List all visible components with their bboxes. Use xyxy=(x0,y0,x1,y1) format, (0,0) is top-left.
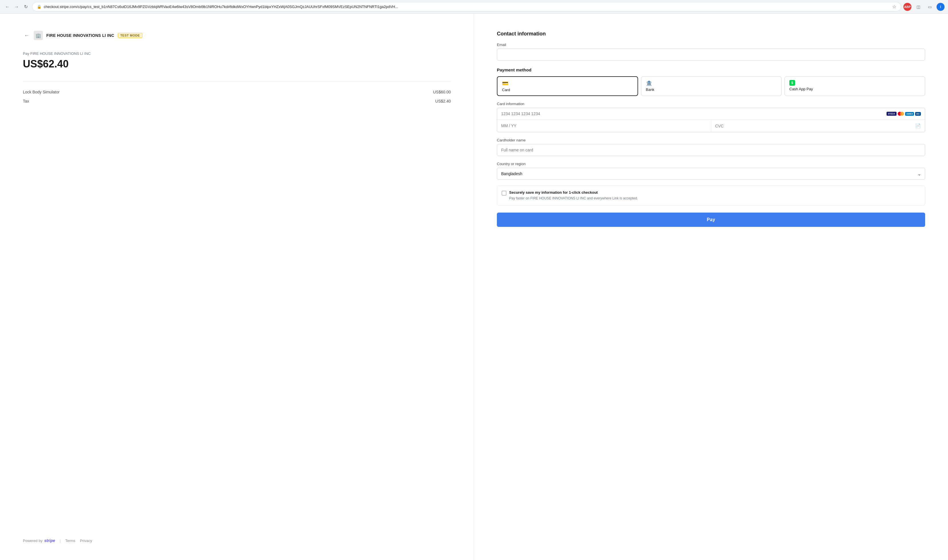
bank-method-icon: 🏦 xyxy=(646,80,652,86)
browser-chrome: ← → ↻ 🔒 checkout.stripe.com/c/pay/cs_tes… xyxy=(0,0,948,14)
save-info-title: Securely save my information for 1-click… xyxy=(509,190,638,195)
save-info-box: Securely save my information for 1-click… xyxy=(497,185,925,206)
card-number-input[interactable] xyxy=(501,111,884,116)
line-item-price: US$60.00 xyxy=(433,90,451,94)
profile-button[interactable]: i xyxy=(937,3,945,11)
shop-icon: 🏢 xyxy=(35,33,41,38)
save-info-content: Securely save my information for 1-click… xyxy=(509,190,638,201)
visa-icon: VISA xyxy=(886,112,897,116)
card-info-label: Card information xyxy=(497,102,925,106)
address-bar[interactable]: 🔒 checkout.stripe.com/c/pay/cs_test_b1nN… xyxy=(32,2,901,11)
line-item: Lock Body Simulator US$60.00 xyxy=(23,88,451,97)
payment-section-title: Payment method xyxy=(497,68,925,72)
country-label: Country or region xyxy=(497,162,925,166)
lock-icon: 🔒 xyxy=(37,5,42,9)
payment-method-label: Cash App Pay xyxy=(789,87,813,91)
forward-nav-button[interactable]: → xyxy=(12,3,21,11)
card-expiry-input[interactable] xyxy=(501,123,707,128)
bookmark-icon[interactable]: ☆ xyxy=(892,4,896,9)
card-expiry-field xyxy=(497,120,711,132)
payment-methods: 💳 Card 🏦 Bank $ Cash App Pay xyxy=(497,76,925,96)
payment-method-label: Bank xyxy=(646,88,654,92)
card-expiry-cvc-row: 📄 xyxy=(497,120,925,132)
save-info-row: Securely save my information for 1-click… xyxy=(502,190,920,201)
back-button[interactable]: ← xyxy=(23,31,30,40)
email-group: Email xyxy=(497,43,925,61)
country-select[interactable]: BangladeshUnited StatesUnited KingdomInd… xyxy=(497,168,925,180)
cvc-help-icon: 📄 xyxy=(915,123,921,129)
payment-method-label: Card xyxy=(502,88,510,92)
cardholder-label: Cardholder name xyxy=(497,138,925,142)
privacy-link[interactable]: Privacy xyxy=(80,538,92,543)
abp-extension-button[interactable]: ABP xyxy=(903,3,911,11)
line-item-price: US$2.40 xyxy=(435,99,451,103)
cashapp-method-icon: $ xyxy=(789,80,795,86)
payment-method-bank[interactable]: 🏦 Bank xyxy=(641,76,782,96)
payment-method-cashapp[interactable]: $ Cash App Pay xyxy=(785,76,925,96)
card-icons: VISA AMEX DC xyxy=(886,112,921,116)
powered-by: Powered by stripe xyxy=(23,538,55,543)
payment-method-card[interactable]: 💳 Card xyxy=(497,76,638,96)
mastercard-icon xyxy=(898,112,904,116)
merchant-icon: 🏢 xyxy=(34,31,43,40)
save-info-desc: Pay faster on FIRE HOUSE INNOVATIONS LI … xyxy=(509,196,638,201)
save-info-checkbox[interactable] xyxy=(502,191,506,195)
cardholder-group: Cardholder name xyxy=(497,138,925,156)
line-item-name: Tax xyxy=(23,99,29,103)
page-container: ← 🏢 FIRE HOUSE INNOVATIONS LI INC TEST M… xyxy=(0,14,948,560)
email-label: Email xyxy=(497,43,925,47)
browser-nav: ← → ↻ xyxy=(3,3,30,11)
url-text: checkout.stripe.com/c/pay/cs_test_b1nN87… xyxy=(44,5,890,9)
line-item-name: Lock Body Simulator xyxy=(23,90,60,94)
terms-link[interactable]: Terms xyxy=(65,538,75,543)
line-items: Lock Body Simulator US$60.00 Tax US$2.40 xyxy=(23,82,451,106)
browser-actions: ABP ◫ ▭ i xyxy=(903,2,945,11)
stripe-logo: stripe xyxy=(44,538,55,543)
card-info-box: VISA AMEX DC 📄 xyxy=(497,108,925,132)
extensions-button[interactable]: ◫ xyxy=(914,2,923,11)
footer-divider: | xyxy=(60,538,61,543)
card-info-group: Card information VISA AMEX DC xyxy=(497,102,925,132)
back-nav-button[interactable]: ← xyxy=(3,3,11,11)
footer: Powered by stripe | Terms Privacy xyxy=(23,538,451,543)
country-select-wrapper: BangladeshUnited StatesUnited KingdomInd… xyxy=(497,168,925,180)
card-cvc-input[interactable] xyxy=(715,124,914,128)
left-panel: ← 🏢 FIRE HOUSE INNOVATIONS LI INC TEST M… xyxy=(0,14,474,560)
line-item: Tax US$2.40 xyxy=(23,97,451,106)
contact-section-title: Contact information xyxy=(497,31,925,37)
pay-button[interactable]: Pay xyxy=(497,212,925,227)
merchant-header: ← 🏢 FIRE HOUSE INNOVATIONS LI INC TEST M… xyxy=(23,31,451,40)
country-group: Country or region BangladeshUnited State… xyxy=(497,162,925,180)
amex-icon: AMEX xyxy=(905,112,914,116)
merchant-name: FIRE HOUSE INNOVATIONS LI INC xyxy=(46,33,114,38)
card-number-row: VISA AMEX DC xyxy=(497,108,925,120)
email-input[interactable] xyxy=(497,49,925,61)
powered-by-text: Powered by xyxy=(23,538,43,543)
split-view-button[interactable]: ▭ xyxy=(925,2,934,11)
card-method-icon: 💳 xyxy=(502,80,508,86)
right-panel: Contact information Email Payment method… xyxy=(474,14,948,560)
order-amount: US$62.40 xyxy=(23,58,451,70)
diners-icon: DC xyxy=(915,112,921,116)
card-cvc-field: 📄 xyxy=(711,120,925,132)
cardholder-input[interactable] xyxy=(497,144,925,156)
test-mode-badge: TEST MODE xyxy=(118,33,143,38)
reload-nav-button[interactable]: ↻ xyxy=(22,3,30,11)
pay-label: Pay FIRE HOUSE INNOVATIONS LI INC xyxy=(23,51,451,56)
